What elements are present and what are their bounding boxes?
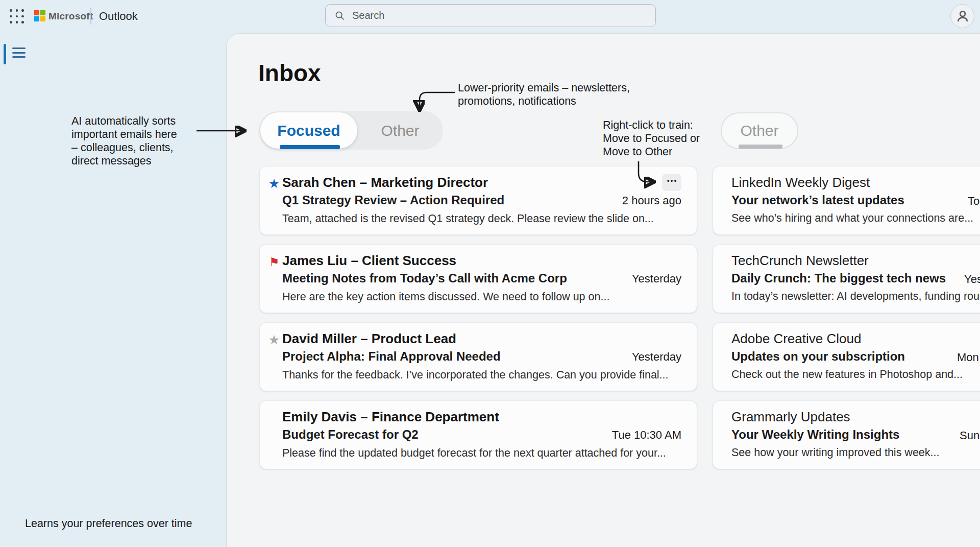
email-preview: Here are the key action items discussed.… (282, 290, 681, 304)
email-sender: Adobe Creative Cloud (731, 330, 980, 347)
email-preview: See how your writing improved this week.… (731, 445, 980, 460)
more-options-button[interactable]: ••• (662, 174, 681, 191)
annotation-line: important emails here (71, 128, 177, 141)
email-time: Sun (960, 428, 979, 443)
annotation-line: direct messages (71, 154, 177, 168)
star-icon[interactable]: ★ (268, 176, 280, 191)
email-preview: Thanks for the feedback. I’ve incorporat… (282, 368, 681, 382)
email-subject: Budget Forecast for Q2 (282, 427, 419, 442)
microsoft-brand-label: Microsoft (48, 11, 93, 22)
email-subject: Project Alpha: Final Approval Needed (282, 349, 501, 364)
email-time: Yesterday (964, 272, 980, 287)
app-name-label[interactable]: Outlook (99, 10, 138, 23)
email-time: 2 hours ago (616, 193, 681, 208)
tab-focused-label: Focused (277, 122, 340, 139)
email-card-other[interactable]: Adobe Creative Cloud Updates on your sub… (713, 322, 980, 391)
outlook-window: Microsoft Outlook Search AI automaticall… (0, 0, 980, 547)
topbar-divider (90, 8, 91, 25)
annotation-line: AI automatically sorts (71, 114, 177, 128)
email-preview: Check out the new features in Photoshop … (731, 367, 980, 382)
annotation-line: Move to Other (603, 145, 700, 158)
email-card-focused[interactable]: ★ David Miller – Product Lead Project Al… (259, 322, 697, 391)
email-sender: David Miller – Product Lead (282, 330, 681, 347)
flag-icon[interactable]: ⚑ (269, 255, 280, 269)
email-sender: Emily Davis – Finance Department (282, 409, 681, 425)
nav-selection-indicator (4, 44, 6, 64)
tab-focused-active-bar (280, 145, 340, 149)
email-time: Today (968, 194, 980, 209)
tab-other-label: Other (381, 122, 419, 139)
email-card-focused[interactable]: Emily Davis – Finance Department Budget … (259, 400, 697, 469)
annotation-ai-sorts: AI automatically sorts important emails … (71, 114, 177, 168)
email-sender: Sarah Chen – Marketing Director (282, 174, 681, 191)
top-bar: Microsoft Outlook Search (0, 0, 980, 33)
email-card-other[interactable]: LinkedIn Weekly Digest Your network’s la… (713, 166, 980, 235)
email-time: Tue 10:30 AM (606, 427, 681, 443)
email-subject: Your Weekly Writing Insights (731, 427, 899, 442)
email-subject: Your network’s latest updates (731, 193, 904, 208)
email-card-focused[interactable]: ⚑ James Liu – Client Success Meeting Not… (259, 244, 697, 313)
account-button[interactable] (950, 4, 974, 28)
email-preview: In today’s newsletter: AI developments, … (731, 289, 980, 303)
other-column-tab[interactable]: Other (721, 112, 798, 149)
annotation-line: – colleagues, clients, (71, 141, 177, 154)
inbox-tabs: Focused Other (259, 111, 443, 150)
annotation-line: Right-click to train: (603, 118, 700, 132)
star-icon[interactable]: ★ (268, 332, 280, 347)
search-icon (334, 10, 346, 21)
email-time: Yesterday (626, 349, 681, 365)
microsoft-logo-icon (34, 10, 45, 21)
email-preview: See who’s hiring and what your connectio… (731, 211, 980, 225)
email-sender: TechCrunch Newsletter (731, 252, 980, 269)
search-placeholder: Search (352, 10, 384, 21)
other-column-label: Other (740, 122, 778, 139)
page-title: Inbox (258, 59, 321, 87)
email-subject: Updates on your subscription (731, 349, 905, 364)
other-column-underline (739, 145, 782, 149)
email-subject: Q1 Strategy Review – Action Required (282, 193, 504, 208)
person-icon (955, 9, 970, 24)
email-sender: James Liu – Client Success (282, 252, 681, 269)
email-sender: Grammarly Updates (731, 409, 980, 425)
email-card-focused[interactable]: ★ Sarah Chen – Marketing Director Q1 Str… (259, 166, 697, 235)
search-input[interactable]: Search (325, 4, 656, 27)
annotation-line: Move to Focused or (603, 132, 700, 145)
annotation-lower-priority: Lower-priority emails – newsletters, pro… (458, 81, 630, 108)
email-preview: Team, attached is the revised Q1 strateg… (282, 211, 681, 226)
email-card-other[interactable]: Grammarly Updates Your Weekly Writing In… (713, 400, 980, 469)
email-card-other[interactable]: TechCrunch Newsletter Daily Crunch: The … (713, 244, 980, 313)
email-sender: LinkedIn Weekly Digest (731, 174, 980, 191)
email-preview: Please find the updated budget forecast … (282, 446, 681, 460)
annotation-right-click-train: Right-click to train: Move to Focused or… (603, 118, 700, 158)
annotation-learns-preferences: Learns your preferences over time (25, 517, 192, 530)
email-subject: Daily Crunch: The biggest tech news (731, 271, 946, 286)
tab-focused[interactable]: Focused (260, 112, 357, 149)
annotation-line: Lower-priority emails – newsletters, (458, 81, 630, 94)
app-launcher-icon[interactable] (8, 8, 26, 25)
menu-icon[interactable] (12, 47, 26, 58)
email-subject: Meeting Notes from Today’s Call with Acm… (282, 271, 567, 286)
email-time: Mon (957, 350, 979, 365)
tab-other[interactable]: Other (357, 111, 443, 150)
email-time: Yesterday (626, 271, 681, 287)
annotation-line: promotions, notifications (458, 94, 630, 108)
